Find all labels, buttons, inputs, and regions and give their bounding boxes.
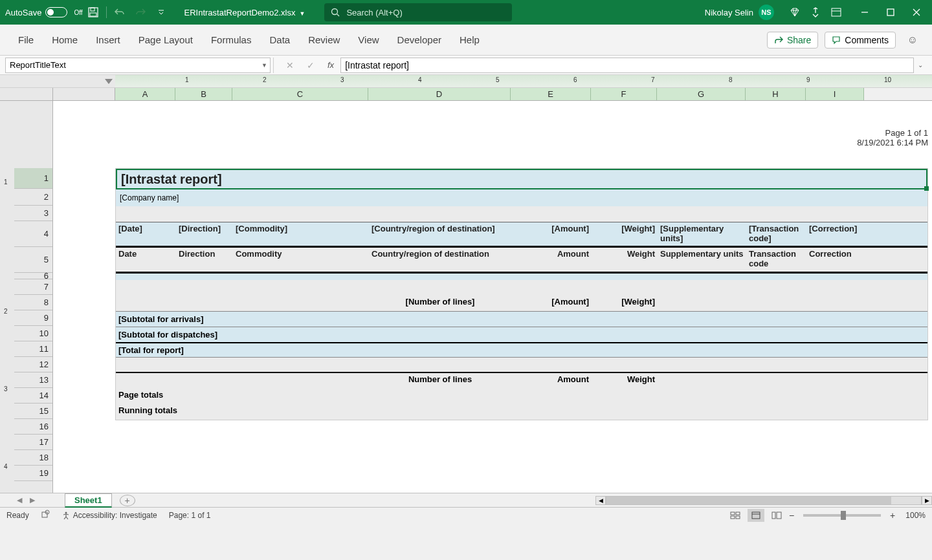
tab-developer[interactable]: Developer (388, 25, 450, 55)
comments-button[interactable]: Comments (825, 32, 896, 48)
real-header-row[interactable]: DateDirectionCommodityCountry/region of … (116, 248, 927, 274)
chevron-down-icon[interactable]: ▼ (261, 62, 267, 69)
feedback-icon[interactable]: ☺ (902, 30, 923, 50)
header-cell[interactable]: [Weight] (592, 222, 658, 246)
summary-placeholder-row[interactable]: [Number of lines][Amount][Weight] (116, 296, 927, 311)
zoom-out-icon[interactable]: − (789, 510, 794, 521)
tab-view[interactable]: View (349, 25, 388, 55)
header-cell[interactable]: [Amount] (511, 222, 592, 246)
diamond-icon[interactable] (786, 3, 804, 21)
macro-record-icon[interactable] (41, 510, 50, 521)
row-header[interactable]: 16 (14, 419, 52, 435)
header-cell[interactable]: Correction (806, 248, 865, 272)
normal-view-icon[interactable] (727, 509, 744, 522)
column-header[interactable]: F (591, 88, 657, 100)
tab-page-layout[interactable]: Page Layout (129, 25, 202, 55)
close-icon[interactable] (907, 3, 926, 21)
summary-header-cell[interactable]: Weight (592, 373, 658, 389)
summary-header-cell[interactable]: Number of lines (369, 373, 511, 389)
column-header[interactable]: G (657, 88, 746, 100)
header-cell[interactable]: Commodity (233, 248, 369, 272)
zoom-in-icon[interactable]: + (890, 510, 895, 521)
autosave-toggle[interactable]: AutoSave Off (5, 7, 83, 17)
subtotal-arrivals-row[interactable]: [Subtotal for arrivals] (116, 311, 927, 327)
selected-cell[interactable]: [Intrastat report] (116, 169, 927, 189)
subtotal-dispatches-row[interactable]: [Subtotal for dispatches] (116, 327, 927, 342)
formula-input[interactable]: [Intrastat report] (340, 58, 914, 73)
fx-icon[interactable]: fx (321, 60, 340, 70)
row-header[interactable]: 2 (14, 189, 52, 206)
scroll-right-icon[interactable]: ▶ (922, 496, 932, 505)
row-header[interactable]: 9 (14, 310, 52, 326)
summary-cell[interactable] (746, 296, 806, 311)
summary-header-cell[interactable]: Amount (511, 373, 592, 389)
share-button[interactable]: Share (767, 32, 818, 48)
row-header[interactable]: 8 (14, 295, 52, 310)
filename-dropdown-icon[interactable]: ▼ (299, 10, 305, 17)
accessibility-status[interactable]: Accessibility: Investigate (61, 511, 157, 520)
summary-cell[interactable]: [Number of lines] (369, 296, 511, 311)
row-header[interactable]: 14 (14, 388, 52, 404)
row-header[interactable]: 11 (14, 341, 52, 357)
save-icon[interactable] (84, 3, 102, 21)
zoom-slider[interactable] (803, 514, 881, 517)
row-header[interactable]: 6 (14, 273, 52, 279)
ribbon-display-icon[interactable] (827, 3, 845, 21)
cancel-formula-icon[interactable]: ✕ (286, 60, 294, 70)
row-header[interactable]: 5 (14, 247, 52, 273)
summary-header-cell[interactable] (746, 373, 806, 389)
header-cell[interactable]: Direction (176, 248, 233, 272)
page-totals-row[interactable]: Page totals (116, 389, 927, 404)
undo-icon[interactable] (111, 3, 129, 21)
header-cell[interactable]: Date (116, 248, 176, 272)
summary-cell[interactable] (806, 296, 865, 311)
column-header[interactable]: I (806, 88, 864, 100)
ruler-indent-marker[interactable] (105, 79, 113, 84)
worksheet[interactable]: Page 1 of 1 8/19/2021 6:14 PM [Intrastat… (115, 101, 932, 493)
scroll-thumb[interactable] (606, 497, 891, 504)
maximize-icon[interactable] (882, 3, 900, 21)
row-header[interactable]: 15 (14, 404, 52, 419)
company-row[interactable]: [Company name] (116, 189, 927, 206)
sheet-nav-next[interactable]: ▶ (26, 496, 39, 504)
header-cell[interactable]: [Correction] (806, 222, 865, 246)
row-header[interactable]: 3 (14, 206, 52, 221)
summary-header-cell[interactable] (658, 373, 746, 389)
summary-cell[interactable] (233, 296, 369, 311)
row-header[interactable]: 17 (14, 435, 52, 450)
column-header[interactable]: C (232, 88, 368, 100)
header-cell[interactable]: Country/region of destination (369, 248, 511, 272)
row-header[interactable]: 7 (14, 279, 52, 295)
redo-icon[interactable] (131, 3, 150, 21)
enter-formula-icon[interactable]: ✓ (307, 60, 315, 70)
user-account[interactable]: Nikolay Selin NS (705, 5, 774, 20)
coming-soon-icon[interactable] (806, 3, 825, 21)
placeholder-header-row[interactable]: [Date][Direction][Commodity][Country/reg… (116, 222, 927, 248)
summary-cell[interactable] (116, 296, 176, 311)
header-cell[interactable]: Transaction code (746, 248, 806, 272)
tab-file[interactable]: File (9, 25, 43, 55)
header-cell[interactable]: Weight (592, 248, 658, 272)
summary-cell[interactable] (176, 296, 233, 311)
summary-cell[interactable]: [Amount] (511, 296, 592, 311)
column-header[interactable]: D (368, 88, 511, 100)
sheet-nav-prev[interactable]: ◀ (13, 496, 26, 504)
header-cell[interactable]: [Supplementary units] (658, 222, 746, 246)
tab-help[interactable]: Help (450, 25, 489, 55)
header-cell[interactable]: [Date] (116, 222, 176, 246)
sheet-tab-active[interactable]: Sheet1 (65, 493, 112, 508)
toggle-switch[interactable] (45, 7, 67, 17)
total-row[interactable]: [Total for report] (116, 342, 927, 358)
scroll-left-icon[interactable]: ◀ (595, 496, 606, 505)
header-cell[interactable]: Supplementary units (658, 248, 746, 272)
expand-formula-icon[interactable]: ⌄ (914, 61, 927, 69)
header-cell[interactable]: [Commodity] (233, 222, 369, 246)
page-layout-view-icon[interactable] (748, 509, 764, 522)
horizontal-scrollbar[interactable]: ◀ ▶ (595, 495, 932, 506)
row-header[interactable]: 18 (14, 450, 52, 466)
summary-cell[interactable] (658, 296, 746, 311)
row-header[interactable]: 12 (14, 357, 52, 372)
header-cell[interactable]: Amount (511, 248, 592, 272)
column-header[interactable]: H (746, 88, 806, 100)
tab-data[interactable]: Data (260, 25, 299, 55)
